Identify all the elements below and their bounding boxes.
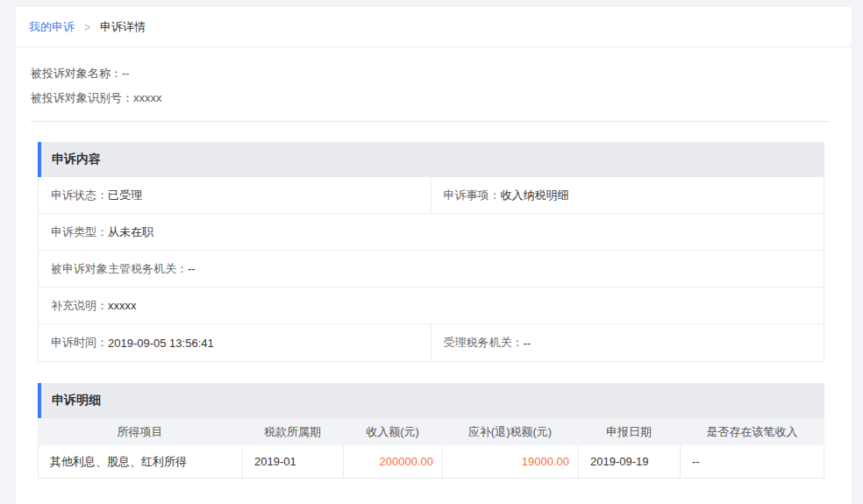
colon: ： xyxy=(176,261,188,277)
breadcrumb-link-my-appeals[interactable]: 我的申诉 xyxy=(29,19,75,35)
target-name-line: 被投诉对象名称：-- xyxy=(31,61,852,86)
row-status-matter: 申诉状态：已受理 申诉事项：收入纳税明细 xyxy=(39,177,824,214)
chevron-right-icon: > xyxy=(84,19,90,35)
cell-tax-authority-of-target: 被申诉对象主管税务机关：-- xyxy=(39,251,824,287)
accepting-authority-value: -- xyxy=(524,337,531,350)
colon: ： xyxy=(96,298,108,314)
header-tax-period: 税款所属期 xyxy=(242,418,343,445)
colon: ： xyxy=(489,188,501,203)
row-supplement: 补充说明：xxxxx xyxy=(39,287,824,324)
detail-table-header: 所得项目 税款所属期 收入额(元) 应补(退)税额(元) 申报日期 是否存在该笔… xyxy=(38,418,824,445)
colon: ： xyxy=(96,335,108,351)
cell-appeal-time: 申诉时间：2019-09-05 13:56:41 xyxy=(39,324,432,361)
appeal-time-label: 申诉时间 xyxy=(51,335,96,351)
header-tax-due-refund: 应补(退)税额(元) xyxy=(442,418,578,445)
section-divider xyxy=(31,121,829,122)
cell-appeal-type: 申诉类型：从未在职 xyxy=(39,214,824,250)
cell-income-amount: 200000.00 xyxy=(344,445,443,478)
colon: ： xyxy=(96,188,108,203)
target-name-value: -- xyxy=(122,67,130,80)
target-tax-authority-value: -- xyxy=(188,262,196,275)
appeal-matter-value: 收入纳税明细 xyxy=(501,188,569,203)
appeal-type-value: 从未在职 xyxy=(108,224,153,240)
row-tax-authority-of-target: 被申诉对象主管税务机关：-- xyxy=(39,251,824,287)
colon: ： xyxy=(111,67,122,80)
appeal-matter-label: 申诉事项 xyxy=(444,188,489,203)
colon: ： xyxy=(512,335,524,351)
appeal-content-title: 申诉内容 xyxy=(38,142,824,177)
target-name-label: 被投诉对象名称 xyxy=(31,67,111,80)
header-income-item: 所得项目 xyxy=(38,418,242,445)
row-time-authority: 申诉时间：2019-09-05 13:56:41 受理税务机关：-- xyxy=(39,324,824,361)
target-id-line: 被投诉对象识别号：xxxxx xyxy=(31,86,852,110)
target-id-label: 被投诉对象识别号 xyxy=(31,91,122,104)
colon: ： xyxy=(122,91,133,104)
cell-supplement: 补充说明：xxxxx xyxy=(39,287,824,323)
table-row: 其他利息、股息、红利所得 2019-01 200000.00 19000.00 … xyxy=(38,445,824,479)
cell-tax-due-refund: 19000.00 xyxy=(443,445,579,478)
row-appeal-type: 申诉类型：从未在职 xyxy=(39,214,824,251)
cell-accepting-authority: 受理税务机关：-- xyxy=(432,324,824,361)
appeal-content-panel: 申诉内容 申诉状态：已受理 申诉事项：收入纳税明细 申诉类型：从未在职 被申诉对… xyxy=(38,142,824,362)
appeal-status-label: 申诉状态 xyxy=(51,188,96,203)
appeal-status-value: 已受理 xyxy=(108,188,142,203)
appeal-time-value: 2019-09-05 13:56:41 xyxy=(108,337,214,350)
supplement-label: 补充说明 xyxy=(51,298,96,314)
breadcrumb-current-page: 申诉详情 xyxy=(100,19,146,35)
target-info-block: 被投诉对象名称：-- 被投诉对象识别号：xxxxx xyxy=(16,47,852,110)
colon: ： xyxy=(96,224,108,240)
cell-income-item: 其他利息、股息、红利所得 xyxy=(39,445,243,478)
cell-income-exists: -- xyxy=(681,445,824,478)
appeal-detail-panel: 申诉明细 所得项目 税款所属期 收入额(元) 应补(退)税额(元) 申报日期 是… xyxy=(38,383,824,479)
content-card: 我的申诉 > 申诉详情 被投诉对象名称：-- 被投诉对象识别号：xxxxx 申诉… xyxy=(16,7,852,504)
cell-appeal-status: 申诉状态：已受理 xyxy=(39,177,432,213)
header-declare-date: 申报日期 xyxy=(578,418,680,445)
appeal-type-label: 申诉类型 xyxy=(51,224,96,240)
header-income-amount: 收入额(元) xyxy=(343,418,442,445)
header-income-exists: 是否存在该笔收入 xyxy=(680,418,824,445)
cell-declare-date: 2019-09-19 xyxy=(579,445,681,478)
supplement-value: xxxxx xyxy=(108,299,137,312)
cell-tax-period: 2019-01 xyxy=(243,445,344,478)
appeal-detail-title: 申诉明细 xyxy=(38,383,824,418)
accepting-authority-label: 受理税务机关 xyxy=(444,335,512,351)
breadcrumb: 我的申诉 > 申诉详情 xyxy=(16,7,852,47)
appeal-content-body: 申诉状态：已受理 申诉事项：收入纳税明细 申诉类型：从未在职 被申诉对象主管税务… xyxy=(38,177,824,362)
cell-appeal-matter: 申诉事项：收入纳税明细 xyxy=(432,177,824,213)
target-tax-authority-label: 被申诉对象主管税务机关 xyxy=(51,261,176,277)
target-id-value: xxxxx xyxy=(133,91,162,104)
